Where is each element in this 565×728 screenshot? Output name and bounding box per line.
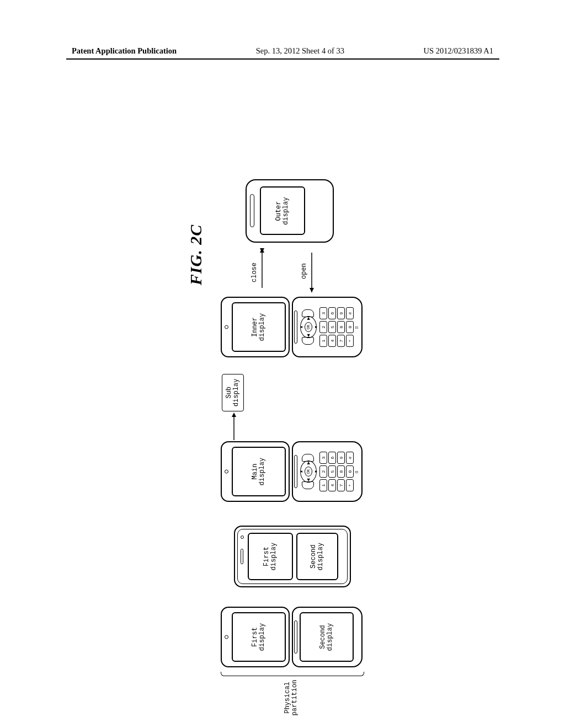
mic-icon: ⠿ bbox=[355, 442, 360, 501]
header-rule bbox=[66, 58, 499, 60]
dpad: OK ▲ ▼ ◀ ▶ bbox=[300, 311, 317, 343]
main-display: Main display bbox=[232, 447, 286, 496]
device-flip-closed-outer: Outer display bbox=[246, 179, 334, 243]
key-1: 1 bbox=[319, 335, 327, 347]
key-2: 2 bbox=[319, 321, 327, 333]
device-flip-inner: Inner display OK ▲ ▼ ◀ ▶ 1 2 3 4 5 6 bbox=[221, 297, 363, 357]
key-0: 0 bbox=[346, 465, 354, 478]
arrow-down-icon: ▼ bbox=[314, 325, 318, 329]
key-star: * bbox=[346, 479, 354, 491]
key-6: 6 bbox=[328, 307, 336, 319]
key-star: * bbox=[346, 335, 354, 347]
key-5: 5 bbox=[328, 465, 336, 478]
arrow-down-icon: ▼ bbox=[314, 470, 318, 474]
flip-bottom-keypad: OK ▲ ▼ ◀ ▶ 1 2 3 4 5 6 7 8 9 * 0 # ⠿ bbox=[292, 441, 363, 502]
hinge-top-icon bbox=[250, 195, 254, 228]
camera-icon bbox=[225, 470, 228, 474]
key-8: 8 bbox=[337, 321, 345, 333]
softkey-left bbox=[302, 481, 314, 489]
camera-icon bbox=[241, 536, 244, 539]
arrow-left-icon: ◀ bbox=[306, 479, 311, 481]
camera-icon bbox=[225, 635, 228, 639]
arrow-right-icon: ▶ bbox=[306, 462, 311, 464]
outer-display: Outer display bbox=[260, 187, 305, 235]
flip-top: Inner display bbox=[221, 297, 290, 357]
svg-marker-6 bbox=[310, 288, 314, 292]
key-5: 5 bbox=[328, 321, 336, 333]
device-flip-dual-screen: First display Second display bbox=[221, 607, 363, 667]
ok-key: OK bbox=[305, 467, 312, 477]
first-display: First display bbox=[232, 612, 286, 662]
arrow-main-to-sub bbox=[228, 413, 239, 440]
arrow-up-icon: ▲ bbox=[299, 470, 303, 474]
hinge-icon bbox=[294, 620, 297, 654]
ok-key: OK bbox=[305, 322, 312, 332]
key-2: 2 bbox=[319, 465, 327, 478]
arrow-left-icon: ◀ bbox=[306, 334, 311, 337]
key-6: 6 bbox=[328, 452, 336, 464]
device-flip-main-sub: Main display OK ▲ ▼ ◀ ▶ 1 2 3 4 5 6 bbox=[221, 441, 363, 502]
close-label: close bbox=[250, 263, 258, 282]
svg-marker-1 bbox=[232, 413, 236, 417]
arrow-close bbox=[258, 248, 266, 292]
key-4: 4 bbox=[328, 479, 336, 491]
softkey-left bbox=[302, 337, 314, 345]
hinge-icon bbox=[294, 311, 297, 344]
camera-icon bbox=[225, 325, 228, 329]
key-1: 1 bbox=[319, 479, 327, 491]
keypad: 1 2 3 4 5 6 7 8 9 * 0 # bbox=[319, 298, 354, 356]
key-hash: # bbox=[346, 307, 354, 319]
key-3: 3 bbox=[319, 452, 327, 464]
inner-display: Inner display bbox=[232, 302, 286, 352]
dpad: OK ▲ ▼ ◀ ▶ bbox=[300, 456, 317, 488]
key-hash: # bbox=[346, 452, 354, 464]
brace-icon bbox=[221, 672, 364, 676]
hinge-icon bbox=[294, 455, 297, 488]
flip-bottom: Second display bbox=[292, 607, 363, 667]
flip-bottom-keypad: OK ▲ ▼ ◀ ▶ 1 2 3 4 5 6 7 8 9 * 0 # ⠿ bbox=[292, 297, 363, 357]
flip-top: First display bbox=[221, 607, 290, 667]
arrow-up-icon: ▲ bbox=[299, 325, 303, 329]
date-sheet-label: Sep. 13, 2012 Sheet 4 of 33 bbox=[256, 46, 344, 56]
key-4: 4 bbox=[328, 335, 336, 347]
arrow-right-icon: ▶ bbox=[306, 317, 311, 320]
arrow-open bbox=[308, 248, 316, 292]
keypad: 1 2 3 4 5 6 7 8 9 * 0 # bbox=[319, 442, 354, 501]
flip-top: Main display bbox=[221, 441, 290, 502]
key-8: 8 bbox=[337, 465, 345, 478]
key-3: 3 bbox=[319, 307, 327, 319]
sub-display-box: Sub display bbox=[222, 374, 244, 411]
publication-label: Patent Application Publication bbox=[72, 46, 177, 56]
pub-number-label: US 2012/0231839 A1 bbox=[424, 46, 494, 56]
key-9: 9 bbox=[337, 452, 345, 464]
key-7: 7 bbox=[337, 335, 345, 347]
closed-phone: Outer display bbox=[246, 179, 334, 243]
second-display: Second display bbox=[296, 533, 338, 580]
open-label: open bbox=[300, 263, 308, 279]
mic-icon: ⠿ bbox=[355, 298, 360, 356]
first-display: First display bbox=[248, 533, 293, 580]
device-bar-dual-screen: First display Second display bbox=[234, 526, 351, 587]
second-display: Second display bbox=[300, 612, 354, 662]
page-header: Patent Application Publication Sep. 13, … bbox=[0, 46, 565, 56]
key-9: 9 bbox=[337, 307, 345, 319]
key-0: 0 bbox=[346, 321, 354, 333]
figure-stage: Physical partition First display Second … bbox=[0, 188, 565, 618]
physical-partition-label: Physical partition bbox=[284, 678, 299, 717]
key-7: 7 bbox=[337, 479, 345, 491]
